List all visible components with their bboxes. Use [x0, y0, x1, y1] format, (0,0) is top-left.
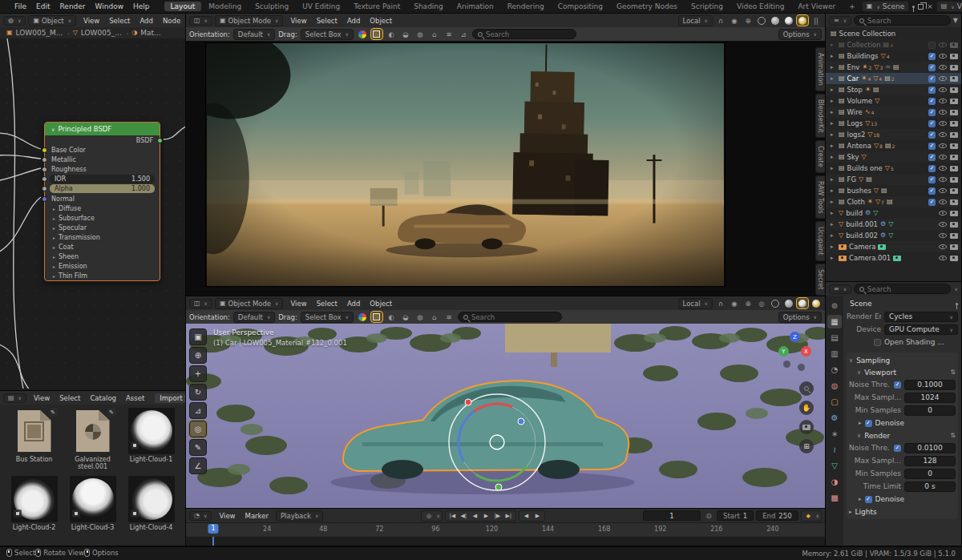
- house-icon[interactable]: ⌂: [429, 312, 440, 322]
- node-section-coat[interactable]: ▸Coat: [45, 242, 160, 252]
- expand-icon[interactable]: ▸: [831, 165, 836, 171]
- timeline-strip[interactable]: [186, 537, 825, 546]
- gizmo-toggle-icon[interactable]: ⊕: [742, 15, 754, 26]
- menu-catalog[interactable]: Catalog: [85, 394, 121, 402]
- snap-magnet-icon[interactable]: ∩: [715, 15, 726, 26]
- matcap-icon[interactable]: ◒: [400, 312, 411, 322]
- principled-bsdf-node[interactable]: ∨ Principled BSDF BSDFBase ColorMetallic…: [44, 122, 160, 281]
- outliner-row-logs2[interactable]: ▸▤logs2▽18✓: [826, 129, 961, 140]
- viewport-search-input[interactable]: [486, 30, 571, 38]
- expand-icon[interactable]: ▸: [831, 221, 836, 228]
- outliner-row-wire[interactable]: ▸▤Wire∿4✓: [826, 107, 961, 118]
- expand-icon[interactable]: ▸: [831, 42, 836, 48]
- viewport-search[interactable]: [458, 312, 562, 322]
- editor-type-button[interactable]: ▤ ∨: [3, 393, 26, 403]
- menu-select[interactable]: Select: [312, 17, 342, 25]
- workspace-tab-animation[interactable]: Animation: [451, 2, 500, 11]
- workspace-tab-rendering[interactable]: Rendering: [501, 2, 551, 11]
- render-visibility-icon[interactable]: [950, 211, 958, 216]
- solid-box-icon[interactable]: [371, 29, 382, 39]
- properties-tab-world[interactable]: ◍: [827, 379, 842, 393]
- editor-type-button[interactable]: ≡ ∨: [829, 284, 851, 294]
- menu-view[interactable]: View: [285, 17, 311, 25]
- side-tab-blenderkit[interactable]: BlenderKit: [815, 94, 825, 139]
- filter-funnel-icon[interactable]: ▼: [953, 18, 958, 24]
- workspace-tab-texture-paint[interactable]: Texture Paint: [347, 2, 406, 11]
- stack-icon[interactable]: ≡: [443, 29, 455, 39]
- orientation-dropdown[interactable]: Default ∨: [233, 312, 275, 323]
- outliner-row-car[interactable]: ▸▤Car☀4▽4▤2✓: [826, 73, 961, 84]
- exclude-checkbox[interactable]: ✓: [928, 120, 936, 127]
- frame-back-button[interactable]: ◀: [521, 513, 532, 519]
- next-keyframe-button[interactable]: |▶: [492, 513, 503, 519]
- node-header[interactable]: ∨ Principled BSDF: [45, 123, 160, 135]
- expand-icon[interactable]: ▸: [831, 176, 836, 183]
- axis-z[interactable]: Z: [790, 332, 800, 342]
- workspace-tab-sculpting[interactable]: Sculpting: [249, 2, 295, 11]
- shader-node-canvas[interactable]: ∨ Principled BSDF BSDFBase ColorMetallic…: [0, 38, 185, 390]
- frame-forward-button[interactable]: ▶: [532, 513, 543, 519]
- lights-panel-header[interactable]: ▸ Lights: [849, 506, 956, 518]
- properties-tab-particles[interactable]: ∗: [827, 427, 842, 441]
- render-visibility-icon[interactable]: [950, 76, 958, 82]
- node-input-normal[interactable]: Normal: [45, 194, 160, 203]
- unlink-scene-icon[interactable]: ×: [927, 2, 933, 10]
- properties-tab-tool[interactable]: ⊚: [827, 299, 842, 312]
- playhead[interactable]: 1: [208, 524, 218, 534]
- denoise-checkbox[interactable]: ✓: [865, 496, 872, 503]
- outliner-row-camera-001[interactable]: ▸Camera.001: [826, 252, 961, 264]
- render-visibility-icon[interactable]: [950, 188, 958, 194]
- node-input-metallic[interactable]: Metallic: [45, 155, 160, 164]
- menu-object[interactable]: Object: [365, 17, 397, 25]
- properties-search[interactable]: [854, 284, 950, 294]
- viewport-search-input[interactable]: [471, 313, 556, 321]
- viewlayer-selector[interactable]: ▤ ∨ ViewLayer: [936, 1, 962, 12]
- outliner-row-buildings[interactable]: ▸▤Buildings▽4✓: [826, 50, 961, 62]
- menu-add[interactable]: Add: [342, 17, 365, 25]
- orientation-dropdown[interactable]: Default ∨: [233, 29, 275, 40]
- socket-input[interactable]: [42, 176, 47, 182]
- play-button[interactable]: ▶: [481, 513, 491, 519]
- asset-thumbnail[interactable]: ✎: [11, 408, 58, 454]
- hide-eye-icon[interactable]: [939, 99, 947, 103]
- expand-icon[interactable]: ▸: [831, 64, 836, 71]
- render-visibility-icon[interactable]: [950, 87, 958, 93]
- exclude-checkbox[interactable]: ✓: [928, 165, 936, 172]
- workspace-tab-video-editing[interactable]: Video Editing: [730, 2, 790, 11]
- paint-wheel-icon[interactable]: [357, 29, 368, 39]
- menu-view[interactable]: View: [214, 512, 240, 520]
- hide-eye-icon[interactable]: [939, 177, 947, 182]
- shader-mode-dropdown[interactable]: ▣ Object ∨: [28, 15, 76, 26]
- slope-icon[interactable]: ⊿: [458, 29, 469, 39]
- sphere-half-icon[interactable]: ◐: [386, 29, 397, 39]
- menu-select[interactable]: Select: [104, 17, 135, 25]
- exclude-checkbox[interactable]: ✓: [928, 87, 936, 94]
- prev-keyframe-button[interactable]: ◀|: [459, 513, 469, 519]
- render-visibility-icon[interactable]: [950, 121, 958, 127]
- outliner-row-cloth[interactable]: ▸▤Cloth☀▽7▤✓: [826, 196, 961, 207]
- render-visibility-icon[interactable]: [950, 166, 958, 171]
- arrow-right-icon[interactable]: ▸: [859, 420, 862, 426]
- menu-help[interactable]: Help: [128, 2, 155, 10]
- select-box-tool[interactable]: ▣: [189, 328, 207, 345]
- hide-eye-icon[interactable]: [939, 188, 947, 193]
- render-visibility-icon[interactable]: [950, 177, 958, 183]
- outliner-row-sky[interactable]: ▸▤Sky▽✓: [826, 151, 961, 163]
- hide-eye-icon[interactable]: [939, 211, 947, 216]
- expand-icon[interactable]: ▸: [831, 232, 836, 239]
- chevron-down-icon[interactable]: ∨: [955, 286, 958, 292]
- expand-icon[interactable]: ▸: [831, 244, 836, 250]
- playback-dropdown[interactable]: Playback ∨: [276, 510, 323, 522]
- render-visibility-icon[interactable]: [950, 65, 958, 71]
- hide-eye-icon[interactable]: [939, 256, 947, 260]
- hide-eye-icon[interactable]: [939, 244, 947, 249]
- hide-eye-icon[interactable]: [939, 54, 947, 58]
- expand-icon[interactable]: ▸: [831, 199, 836, 205]
- render-visibility-icon[interactable]: [950, 244, 958, 250]
- expand-icon[interactable]: ▸: [831, 98, 836, 104]
- properties-tab-physics[interactable]: ≀: [827, 443, 842, 457]
- hide-eye-icon[interactable]: [939, 233, 947, 238]
- prop-value-field[interactable]: 1024: [904, 393, 956, 403]
- socket-input[interactable]: [42, 167, 47, 172]
- workspace-tab-shading[interactable]: Shading: [407, 2, 450, 11]
